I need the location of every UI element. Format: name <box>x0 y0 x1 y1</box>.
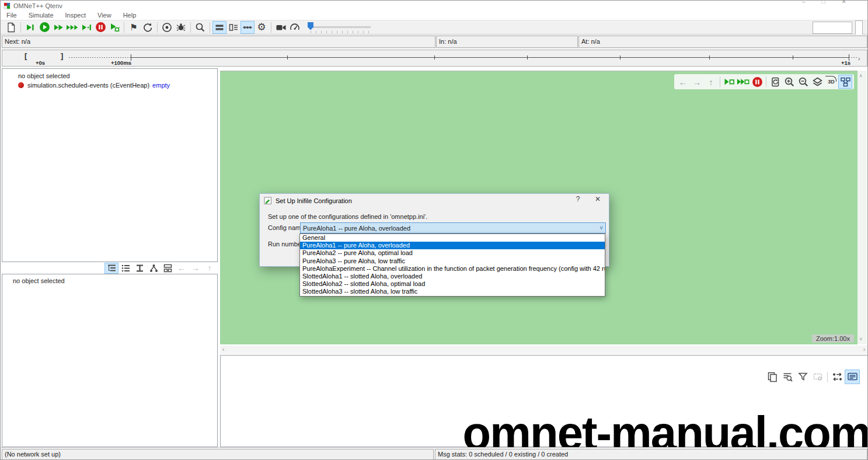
menu-help[interactable]: Help <box>117 11 142 20</box>
config-dropdown-list[interactable]: GeneralPureAloha1 -- pure Aloha, overloa… <box>299 234 605 297</box>
menu-file[interactable]: File <box>1 11 23 20</box>
canvas-stop-button[interactable] <box>750 75 764 89</box>
3d-view-button[interactable]: 3D <box>824 75 838 89</box>
debug-on-errors-button[interactable] <box>174 21 188 34</box>
debug-next-event-button[interactable] <box>107 21 121 34</box>
layers-button[interactable] <box>810 75 824 89</box>
preferences-button[interactable]: ⚙ <box>255 21 269 34</box>
new-network-button[interactable] <box>4 21 18 34</box>
find-button[interactable] <box>780 370 795 384</box>
zoom-out-button[interactable] <box>796 75 810 89</box>
layouting-toggle[interactable] <box>226 21 240 34</box>
config-option[interactable]: PureAloha3 -- pure Aloha, low traffic <box>300 257 605 265</box>
find-objects-button[interactable] <box>193 21 207 34</box>
log-view-button[interactable] <box>845 370 860 384</box>
config-option[interactable]: SlottedAloha1 -- slotted Aloha, overload… <box>300 273 605 280</box>
configure-log-button[interactable] <box>810 370 825 384</box>
slider-track <box>310 26 371 28</box>
fast-until-module-icon <box>737 76 750 87</box>
grouped-mode-button[interactable] <box>161 263 175 274</box>
zoom-in-button[interactable] <box>782 75 796 89</box>
scroll-down-icon[interactable]: ˅ <box>859 336 862 342</box>
inspector-up-button[interactable]: ↑ <box>203 263 217 274</box>
object-tree-panel: no object selected simulation.scheduled-… <box>2 68 218 262</box>
dialog-help-button[interactable]: ? <box>569 195 587 203</box>
show-animations-toggle[interactable] <box>212 21 226 34</box>
toolbar-narrow-box[interactable] <box>855 20 863 35</box>
menubar: File Simulate Inspect View Help <box>1 11 867 20</box>
copy-icon <box>767 371 778 382</box>
step-button[interactable] <box>23 21 37 34</box>
timeline[interactable]: [ ] › +0s +100ms +1s <box>2 50 867 67</box>
canvas-forward-button[interactable]: → <box>690 75 704 89</box>
tree-mode-button[interactable] <box>104 263 118 274</box>
network-module-icon <box>840 76 851 88</box>
message-traffic-button[interactable] <box>829 370 845 384</box>
log-view-icon <box>847 371 858 382</box>
menu-simulate[interactable]: Simulate <box>23 11 60 20</box>
at-gauge: At: n/a <box>578 36 867 48</box>
minimize-button[interactable]: – <box>802 0 822 5</box>
record-icon <box>162 22 172 33</box>
animation-speed-slider[interactable] <box>305 21 375 34</box>
express-run-icon <box>66 22 79 33</box>
bug-icon <box>176 22 186 33</box>
canvas-back-button[interactable]: ← <box>676 75 690 89</box>
tree-item-scheduled-events[interactable]: simulation.scheduled-events (cEventHeap)… <box>18 82 170 89</box>
copy-button[interactable] <box>765 370 780 384</box>
filter-button[interactable] <box>795 370 810 384</box>
show-arrows-toggle[interactable] <box>240 21 255 34</box>
canvas-up-button[interactable]: ↑ <box>704 75 718 89</box>
menu-inspect[interactable]: Inspect <box>60 11 92 20</box>
scroll-left-icon[interactable]: ‹ <box>222 346 224 353</box>
relayout-button[interactable] <box>768 75 782 89</box>
config-option[interactable]: PureAlohaExperiment -- Channel utilizati… <box>300 265 605 273</box>
animation-speed-button[interactable] <box>288 21 302 34</box>
menu-view[interactable]: View <box>92 11 117 20</box>
flat-mode-button[interactable] <box>133 263 147 274</box>
back-icon: ← <box>177 263 186 273</box>
tree-item-no-object[interactable]: no object selected <box>18 72 70 79</box>
canvas-vscrollbar[interactable]: ˄ ˅ <box>857 71 867 344</box>
dialog-titlebar[interactable]: Set Up Inifile Configuration ? ✕ <box>260 194 609 207</box>
express-run-button[interactable] <box>65 21 79 34</box>
config-option[interactable]: SlottedAloha2 -- slotted Aloha, optimal … <box>300 280 605 288</box>
message-arrows-icon <box>832 371 843 382</box>
scroll-right-icon[interactable]: › <box>863 346 865 353</box>
run-button[interactable] <box>37 21 51 34</box>
close-button[interactable]: ✕ <box>842 0 863 5</box>
event-filter-input[interactable] <box>813 22 852 34</box>
stop-button[interactable] <box>93 21 107 34</box>
layers-icon <box>812 76 823 88</box>
canvas-hscrollbar[interactable]: ‹ › <box>220 346 868 354</box>
scroll-up-icon[interactable]: ˄ <box>859 73 862 79</box>
fast-run-button[interactable] <box>51 21 65 34</box>
config-option[interactable]: PureAloha1 -- pure Aloha, overloaded <box>300 242 605 249</box>
network-view-button[interactable] <box>838 75 852 89</box>
app-icon <box>4 2 11 9</box>
config-option[interactable]: SlottedAloha3 -- slotted Aloha, low traf… <box>300 288 605 295</box>
simulation-gauges: Next: n/a In: n/a At: n/a <box>1 34 867 49</box>
rebuild-network-button[interactable] <box>141 21 155 34</box>
run-until-module-button[interactable] <box>722 75 736 89</box>
tree-mode-icon <box>107 263 117 273</box>
record-eventlog-button[interactable] <box>160 21 174 34</box>
inspector-toolbar: ← → ↑ <box>2 262 218 274</box>
config-option[interactable]: General <box>300 234 605 242</box>
record-video-button[interactable] <box>274 21 288 34</box>
maximize-button[interactable]: □ <box>822 0 842 5</box>
run-until-button[interactable] <box>79 21 93 34</box>
list-mode-button[interactable] <box>118 263 133 274</box>
forward-icon: → <box>191 263 200 273</box>
fast-until-module-button[interactable] <box>736 75 750 89</box>
canvas-toolbar: ← → ↑ 3D <box>674 74 854 89</box>
slider-handle[interactable] <box>308 22 313 30</box>
children-mode-button[interactable] <box>147 263 161 274</box>
inspector-back-button[interactable]: ← <box>175 263 189 274</box>
config-option[interactable]: PureAloha2 -- pure Aloha, optimal load <box>300 249 605 257</box>
inspector-forward-button[interactable]: → <box>189 263 203 274</box>
up-icon: ↑ <box>709 77 713 87</box>
dialog-close-button[interactable]: ✕ <box>589 195 606 203</box>
config-name-combobox[interactable]: PureAloha1 -- pure Aloha, overloaded ˅ <box>300 222 606 234</box>
set-run-config-button[interactable]: ⚑ <box>127 21 141 34</box>
